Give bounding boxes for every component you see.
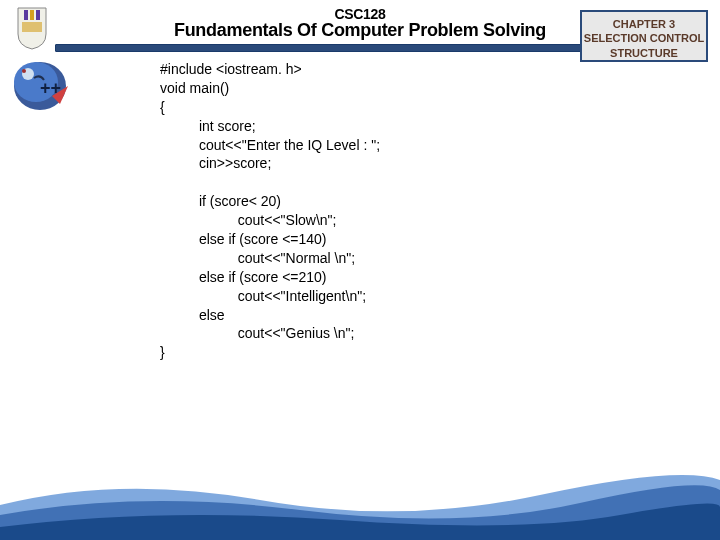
chapter-badge: CHAPTER 3 SELECTION CONTROL STRUCTURE: [580, 10, 708, 62]
chapter-line3: STRUCTURE: [582, 46, 706, 60]
chapter-line2: SELECTION CONTROL: [582, 31, 706, 45]
code-listing: #include <iostream. h> void main() { int…: [160, 60, 380, 362]
svg-point-7: [22, 69, 26, 73]
footer-wave-decoration: [0, 465, 720, 540]
cpp-logo-icon: ++: [10, 56, 74, 116]
chapter-line1: CHAPTER 3: [582, 17, 706, 31]
title-underline: [55, 44, 630, 52]
